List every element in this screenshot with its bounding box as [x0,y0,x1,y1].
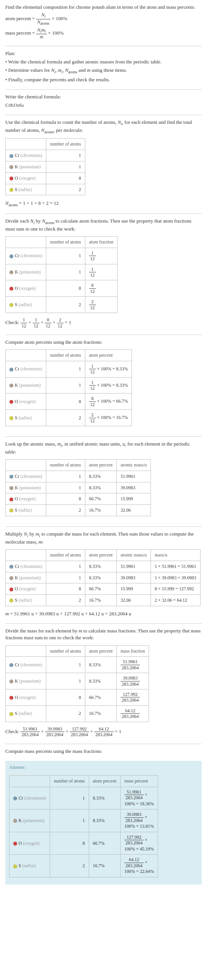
table-row: O (oxygen)866.7%127.992283.2064 [6,689,149,706]
atom-fraction-section: Divide each Ni by Natoms to calculate at… [5,218,202,329]
atomic-mass-section: Look up the atomic mass, mi, in unified … [5,441,202,520]
mass-fraction-section: Divide the mass for each element by m to… [5,627,202,737]
plan-title: Plan: [5,50,202,57]
answer-box: Answer: number of atomsatom percentmass … [5,761,202,885]
element-dot-s [13,864,17,868]
element-dot-cr [9,475,13,479]
plan-bullet-2: • Determine values for Ni, mi, Natoms an… [5,67,202,75]
element-dot-o [9,498,13,501]
element-dot-k [9,486,13,490]
table-row: Cr (chromium)1 [6,150,85,161]
mass-pct-intro: Compute mass percents using the mass fra… [5,748,202,755]
plan-bullet-3: • Finally, compute the percents and chec… [5,76,202,83]
element-dot-k [9,383,13,387]
table-header: number of atomsatom fraction [6,237,117,248]
table-row: O (oxygen)866.7%127.992283.2064 ×100% = … [9,832,158,855]
atom-percent-table: number of atomsatom percent Cr (chromium… [5,350,132,426]
table-row: K (potassium)1112 [6,264,117,280]
table-row: Cr (chromium)1112 × 100% = 8.33% [6,361,132,377]
table-row: S (sulfur)2212 [6,297,117,313]
table-row: S (sulfur)2212 × 100% = 16.7% [6,410,132,426]
element-dot-o [9,400,13,404]
divider [5,527,202,527]
formula-title: Write the chemical formula: [5,94,202,100]
element-dot-o [9,177,13,180]
table-header: number of atomsatom percent [6,350,132,361]
answer-table: number of atomsatom percentmass percent … [9,775,158,877]
element-dot-s [9,188,13,192]
element-dot-cr [9,255,13,258]
count-section: Use the chemical formula to count the nu… [5,119,202,207]
answer-label: Answer: [9,764,198,771]
multiply-table: number of atomsatom percentatomic mass/u… [5,549,201,606]
element-dot-o [9,588,13,592]
plan-bullet-1: • Write the chemical formula and gather … [5,59,202,65]
count-intro: Use the chemical formula to count the nu… [5,119,202,134]
divider [5,89,202,90]
table-header: number of atoms [6,138,85,150]
element-dot-o [13,842,17,846]
mass-percent-section: Compute mass percents using the mass fra… [5,748,202,755]
element-dot-cr [9,565,13,569]
atoms-table: number of atoms Cr (chromium)1 K (potass… [5,138,85,195]
atom-percent-section: Compute atom percents using the atom fra… [5,339,202,430]
table-row: Cr (chromium)1112 [6,248,117,264]
table-row: K (potassium)18.33%39.0983283.2064 [6,673,149,689]
element-dot-s [9,509,13,512]
element-dot-k [9,679,13,683]
table-row: Cr (chromium)18.33%51.9961 [6,471,151,482]
table-row: K (potassium)18.33%39.0983283.2064 ×100%… [9,810,158,832]
multiply-section: Multiply Ni by mi to compute the mass fo… [5,531,202,617]
table-row: K (potassium)1112 × 100% = 8.33% [6,377,132,393]
divider [5,46,202,46]
element-dot-k [9,576,13,580]
fraction-table: number of atomsatom fraction Cr (chromiu… [5,236,117,313]
table-row: S (sulfur)216.7%32.06 [6,505,151,516]
fraction-intro: Divide each Ni by Natoms to calculate at… [5,218,202,232]
element-dot-cr [9,154,13,158]
element-dot-s [9,416,13,420]
table-row: S (sulfur)216.7%32.062 × 32.06 = 64.12 [6,595,201,606]
atom-pct-intro: Compute atom percents using the atom fra… [5,339,202,346]
n-atoms-equation: Natoms = 1 + 1 + 8 + 2 = 12 [5,200,202,208]
table-row: O (oxygen)8 [6,172,85,184]
intro-section: Find the elemental composition for chrom… [5,4,202,40]
mass-fraction-table: number of atomsatom percentmass fraction… [5,645,149,722]
divider [5,335,202,335]
element-dot-cr [13,797,17,800]
atomic-mass-table: number of atomsatom percentatomic mass/u… [5,459,151,516]
element-dot-s [9,303,13,307]
table-header: number of atomsatom percentmass percent [9,775,158,787]
divider [5,623,202,624]
table-row: K (potassium)18.33%39.09831 × 39.0983 = … [6,572,201,584]
table-header: number of atomsatom percentatomic mass/u… [6,549,201,561]
mass-frac-intro: Divide the mass for each element by m to… [5,627,202,641]
m-equation: m = 51.9961 u + 39.0983 u + 127.992 u + … [5,611,202,617]
element-dot-cr [9,368,13,371]
formula-section: Write the chemical formula: CrKO₈S₂ [5,94,202,109]
mass-frac-check: Check: 51.9961283.2064 + 39.0983283.2064… [5,726,202,738]
table-row: O (oxygen)866.7%15.999 [6,493,151,505]
element-dot-s [9,599,13,603]
table-row: O (oxygen)8812 [6,280,117,297]
table-row: O (oxygen)8812 × 100% = 66.7% [6,393,132,410]
table-row: Cr (chromium)18.33%51.9961283.2064 [6,657,149,673]
table-row: O (oxygen)866.7%15.9998 × 15.999 = 127.9… [6,584,201,595]
mass-intro: Look up the atomic mass, mi, in unified … [5,441,202,455]
plan-section: Plan: • Write the chemical formula and g… [5,50,202,83]
table-row: Cr (chromium)18.33%51.9961283.2064 ×100%… [9,787,158,810]
divider [5,115,202,115]
element-dot-o [9,287,13,291]
table-row: S (sulfur)216.7%64.12283.2064 ×100% = 22… [9,855,158,877]
element-dot-cr [9,663,13,667]
table-header: number of atomsatom percentmass fraction [6,645,149,657]
intro-text: Find the elemental composition for chrom… [5,4,202,11]
fraction-check: Check: 112 + 112 + 812 + 212 = 1 [5,317,202,329]
divider [5,213,202,214]
element-dot-s [9,712,13,716]
chemical-formula: CrKO₈S₂ [5,102,202,109]
multiply-intro: Multiply Ni by mi to compute the mass fo… [5,531,202,546]
table-row: S (sulfur)2 [6,184,85,195]
element-dot-o [9,696,13,700]
table-header: number of atomsatom percentatomic mass/u [6,459,151,471]
